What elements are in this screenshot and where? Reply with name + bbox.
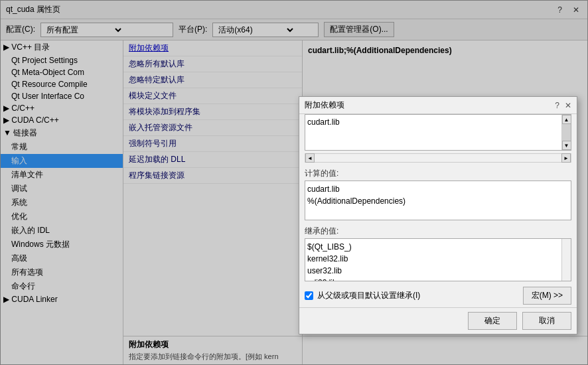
dialog-help-button[interactable]: ? [555,101,559,110]
checkbox-label: 从父级或项目默认设置继承(I) [317,290,420,301]
scroll-up-arrow[interactable]: ▲ [562,115,571,124]
inherit-value-1: $(Qt_LIBS_) [307,241,569,253]
dialog-input-scrollbar[interactable]: ▲ ▼ [561,115,571,150]
calc-box: cudart.lib %(AdditionalDependencies) [305,181,571,220]
calc-label: 计算的值: [299,165,577,181]
dialog-title-text: 附加依赖项 [305,100,344,111]
dialog-close-button[interactable]: ✕ [565,101,571,110]
additional-deps-dialog: 附加依赖项 ? ✕ cudart.lib ▲ ▼ ◄ ► 计算的值: cudar… [299,96,577,334]
cancel-button[interactable]: 取消 [522,312,571,330]
macro-button[interactable]: 宏(M) >> [523,287,571,305]
dialog-input-text: cudart.lib [307,117,569,128]
ok-button[interactable]: 确定 [468,312,517,330]
scroll-track [562,124,571,141]
inherit-scrollbar[interactable] [561,239,571,281]
inherit-label: 继承的值: [299,223,577,238]
scroll-down-arrow[interactable]: ▼ [562,141,571,150]
scroll-right-arrow[interactable]: ► [561,153,571,163]
checkbox-row: 从父级或项目默认设置继承(I) 宏(M) >> [299,284,577,307]
inherit-box: $(Qt_LIBS_) kernel32.lib user32.lib gdi3… [305,238,571,281]
inherit-value-3: user32.lib [307,265,569,277]
inherit-value-2: kernel32.lib [307,253,569,265]
dialog-title-bar: 附加依赖项 ? ✕ [299,97,577,114]
calc-value-2: %(AdditionalDependencies) [307,195,569,207]
modal-overlay: 附加依赖项 ? ✕ cudart.lib ▲ ▼ ◄ ► 计算的值: cudar… [0,0,588,365]
inherit-value-4: gdi32.lib [307,277,569,281]
dialog-input-area: cudart.lib ▲ ▼ [305,114,571,151]
dialog-footer: 确定 取消 [299,307,577,334]
dialog-title-buttons: ? ✕ [555,101,571,110]
scroll-left-arrow[interactable]: ◄ [305,153,315,163]
dialog-h-scrollbar[interactable]: ◄ ► [305,153,571,163]
inherit-checkbox[interactable] [305,291,313,300]
calc-value-1: cudart.lib [307,183,569,195]
